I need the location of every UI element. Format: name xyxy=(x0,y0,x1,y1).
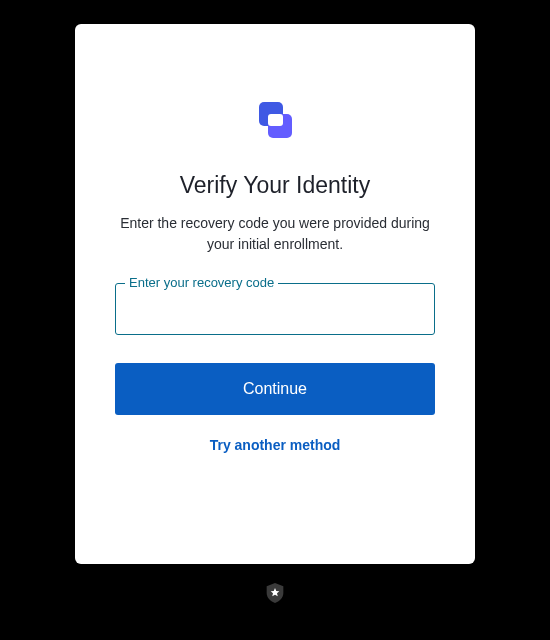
page-subtitle: Enter the recovery code you were provide… xyxy=(115,213,435,255)
continue-button[interactable]: Continue xyxy=(115,363,435,415)
recovery-code-label: Enter your recovery code xyxy=(125,275,278,290)
page-title: Verify Your Identity xyxy=(180,172,371,199)
recovery-code-field: Enter your recovery code xyxy=(115,283,435,335)
brand-logo-icon xyxy=(251,96,299,144)
try-another-method-link[interactable]: Try another method xyxy=(210,437,341,453)
verify-identity-card: Verify Your Identity Enter the recovery … xyxy=(75,24,475,564)
recovery-code-input[interactable] xyxy=(115,283,435,335)
svg-rect-2 xyxy=(268,114,283,126)
auth0-badge-icon xyxy=(265,582,285,604)
